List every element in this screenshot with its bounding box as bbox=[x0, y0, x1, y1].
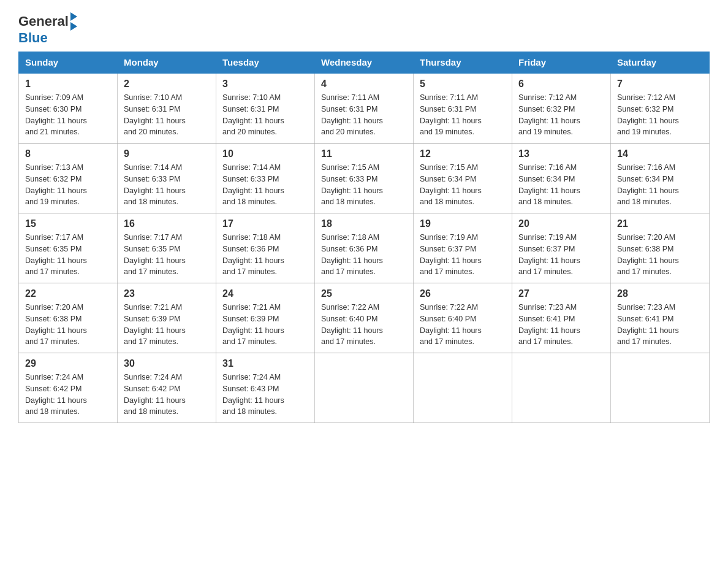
logo-blue-text: Blue bbox=[18, 31, 77, 45]
day-number: 10 bbox=[222, 148, 308, 159]
calendar-week-1: 1 Sunrise: 7:09 AMSunset: 6:30 PMDayligh… bbox=[19, 73, 710, 144]
day-number: 25 bbox=[321, 288, 407, 299]
day-number: 13 bbox=[518, 148, 604, 159]
day-info: Sunrise: 7:17 AMSunset: 6:35 PMDaylight:… bbox=[25, 232, 111, 278]
calendar-cell: 14 Sunrise: 7:16 AMSunset: 6:34 PMDaylig… bbox=[611, 144, 710, 213]
calendar-cell: 8 Sunrise: 7:13 AMSunset: 6:32 PMDayligh… bbox=[19, 144, 118, 213]
day-info: Sunrise: 7:10 AMSunset: 6:31 PMDaylight:… bbox=[222, 92, 308, 138]
day-info: Sunrise: 7:18 AMSunset: 6:36 PMDaylight:… bbox=[222, 232, 308, 278]
day-number: 27 bbox=[518, 288, 604, 299]
day-info: Sunrise: 7:24 AMSunset: 6:42 PMDaylight:… bbox=[124, 372, 210, 418]
calendar-table: SundayMondayTuesdayWednesdayThursdayFrid… bbox=[18, 52, 710, 423]
day-number: 15 bbox=[25, 218, 111, 229]
calendar-cell: 24 Sunrise: 7:21 AMSunset: 6:39 PMDaylig… bbox=[216, 283, 315, 353]
day-info: Sunrise: 7:16 AMSunset: 6:34 PMDaylight:… bbox=[617, 162, 703, 208]
day-number: 4 bbox=[321, 79, 407, 90]
day-number: 19 bbox=[420, 218, 506, 229]
day-number: 18 bbox=[321, 218, 407, 229]
column-header-wednesday: Wednesday bbox=[315, 52, 414, 74]
logo-general-text: General bbox=[18, 14, 69, 29]
day-info: Sunrise: 7:15 AMSunset: 6:33 PMDaylight:… bbox=[321, 162, 407, 208]
calendar-header-row: SundayMondayTuesdayWednesdayThursdayFrid… bbox=[19, 52, 710, 74]
calendar-cell: 12 Sunrise: 7:15 AMSunset: 6:34 PMDaylig… bbox=[414, 144, 512, 213]
day-info: Sunrise: 7:11 AMSunset: 6:31 PMDaylight:… bbox=[420, 92, 506, 138]
day-number: 11 bbox=[321, 148, 407, 159]
day-info: Sunrise: 7:16 AMSunset: 6:34 PMDaylight:… bbox=[518, 162, 604, 208]
calendar-cell bbox=[611, 353, 710, 423]
calendar-cell: 5 Sunrise: 7:11 AMSunset: 6:31 PMDayligh… bbox=[414, 73, 512, 144]
day-info: Sunrise: 7:17 AMSunset: 6:35 PMDaylight:… bbox=[124, 232, 210, 278]
day-number: 1 bbox=[25, 79, 111, 90]
calendar-cell: 10 Sunrise: 7:14 AMSunset: 6:33 PMDaylig… bbox=[216, 144, 315, 213]
calendar-cell: 23 Sunrise: 7:21 AMSunset: 6:39 PMDaylig… bbox=[118, 283, 216, 353]
calendar-cell: 6 Sunrise: 7:12 AMSunset: 6:32 PMDayligh… bbox=[512, 73, 611, 144]
day-number: 17 bbox=[222, 218, 308, 229]
day-number: 23 bbox=[124, 288, 210, 299]
day-info: Sunrise: 7:14 AMSunset: 6:33 PMDaylight:… bbox=[222, 162, 308, 208]
calendar-cell: 2 Sunrise: 7:10 AMSunset: 6:31 PMDayligh… bbox=[118, 73, 216, 144]
day-info: Sunrise: 7:23 AMSunset: 6:41 PMDaylight:… bbox=[518, 302, 604, 348]
calendar-cell: 13 Sunrise: 7:16 AMSunset: 6:34 PMDaylig… bbox=[512, 144, 611, 213]
column-header-friday: Friday bbox=[512, 52, 611, 74]
column-header-saturday: Saturday bbox=[611, 52, 710, 74]
calendar-cell: 29 Sunrise: 7:24 AMSunset: 6:42 PMDaylig… bbox=[19, 353, 118, 423]
day-number: 9 bbox=[124, 148, 210, 159]
calendar-cell: 27 Sunrise: 7:23 AMSunset: 6:41 PMDaylig… bbox=[512, 283, 611, 353]
day-number: 2 bbox=[124, 79, 210, 90]
calendar-week-5: 29 Sunrise: 7:24 AMSunset: 6:42 PMDaylig… bbox=[19, 353, 710, 423]
day-info: Sunrise: 7:23 AMSunset: 6:41 PMDaylight:… bbox=[617, 302, 703, 348]
day-info: Sunrise: 7:10 AMSunset: 6:31 PMDaylight:… bbox=[124, 92, 210, 138]
calendar-cell: 25 Sunrise: 7:22 AMSunset: 6:40 PMDaylig… bbox=[315, 283, 414, 353]
logo: General Blue bbox=[18, 12, 77, 45]
day-info: Sunrise: 7:11 AMSunset: 6:31 PMDaylight:… bbox=[321, 92, 407, 138]
column-header-thursday: Thursday bbox=[414, 52, 512, 74]
calendar-cell: 26 Sunrise: 7:22 AMSunset: 6:40 PMDaylig… bbox=[414, 283, 512, 353]
day-number: 14 bbox=[617, 148, 703, 159]
calendar-cell: 15 Sunrise: 7:17 AMSunset: 6:35 PMDaylig… bbox=[19, 213, 118, 283]
calendar-cell: 30 Sunrise: 7:24 AMSunset: 6:42 PMDaylig… bbox=[118, 353, 216, 423]
calendar-cell: 1 Sunrise: 7:09 AMSunset: 6:30 PMDayligh… bbox=[19, 73, 118, 144]
day-info: Sunrise: 7:19 AMSunset: 6:37 PMDaylight:… bbox=[420, 232, 506, 278]
day-info: Sunrise: 7:13 AMSunset: 6:32 PMDaylight:… bbox=[25, 162, 111, 208]
day-number: 8 bbox=[25, 148, 111, 159]
calendar-cell: 22 Sunrise: 7:20 AMSunset: 6:38 PMDaylig… bbox=[19, 283, 118, 353]
calendar-cell: 7 Sunrise: 7:12 AMSunset: 6:32 PMDayligh… bbox=[611, 73, 710, 144]
day-info: Sunrise: 7:09 AMSunset: 6:30 PMDaylight:… bbox=[25, 92, 111, 138]
day-info: Sunrise: 7:22 AMSunset: 6:40 PMDaylight:… bbox=[420, 302, 506, 348]
day-number: 26 bbox=[420, 288, 506, 299]
day-number: 20 bbox=[518, 218, 604, 229]
day-info: Sunrise: 7:12 AMSunset: 6:32 PMDaylight:… bbox=[617, 92, 703, 138]
calendar-cell: 19 Sunrise: 7:19 AMSunset: 6:37 PMDaylig… bbox=[414, 213, 512, 283]
day-info: Sunrise: 7:21 AMSunset: 6:39 PMDaylight:… bbox=[222, 302, 308, 348]
calendar-cell bbox=[512, 353, 611, 423]
day-number: 6 bbox=[518, 79, 604, 90]
day-number: 3 bbox=[222, 79, 308, 90]
column-header-monday: Monday bbox=[118, 52, 216, 74]
calendar-cell bbox=[315, 353, 414, 423]
calendar-cell: 21 Sunrise: 7:20 AMSunset: 6:38 PMDaylig… bbox=[611, 213, 710, 283]
calendar-cell: 9 Sunrise: 7:14 AMSunset: 6:33 PMDayligh… bbox=[118, 144, 216, 213]
day-number: 30 bbox=[124, 358, 210, 369]
day-info: Sunrise: 7:19 AMSunset: 6:37 PMDaylight:… bbox=[518, 232, 604, 278]
day-number: 28 bbox=[617, 288, 703, 299]
calendar-cell: 28 Sunrise: 7:23 AMSunset: 6:41 PMDaylig… bbox=[611, 283, 710, 353]
day-number: 31 bbox=[222, 358, 308, 369]
calendar-week-2: 8 Sunrise: 7:13 AMSunset: 6:32 PMDayligh… bbox=[19, 144, 710, 213]
calendar-cell: 17 Sunrise: 7:18 AMSunset: 6:36 PMDaylig… bbox=[216, 213, 315, 283]
day-info: Sunrise: 7:20 AMSunset: 6:38 PMDaylight:… bbox=[617, 232, 703, 278]
column-header-tuesday: Tuesday bbox=[216, 52, 315, 74]
calendar-cell: 3 Sunrise: 7:10 AMSunset: 6:31 PMDayligh… bbox=[216, 73, 315, 144]
day-info: Sunrise: 7:14 AMSunset: 6:33 PMDaylight:… bbox=[124, 162, 210, 208]
day-number: 29 bbox=[25, 358, 111, 369]
day-info: Sunrise: 7:22 AMSunset: 6:40 PMDaylight:… bbox=[321, 302, 407, 348]
column-header-sunday: Sunday bbox=[19, 52, 118, 74]
day-number: 7 bbox=[617, 79, 703, 90]
page-header: General Blue bbox=[18, 12, 710, 45]
day-number: 22 bbox=[25, 288, 111, 299]
day-info: Sunrise: 7:20 AMSunset: 6:38 PMDaylight:… bbox=[25, 302, 111, 348]
calendar-week-3: 15 Sunrise: 7:17 AMSunset: 6:35 PMDaylig… bbox=[19, 213, 710, 283]
day-info: Sunrise: 7:24 AMSunset: 6:43 PMDaylight:… bbox=[222, 372, 308, 418]
day-info: Sunrise: 7:12 AMSunset: 6:32 PMDaylight:… bbox=[518, 92, 604, 138]
day-info: Sunrise: 7:18 AMSunset: 6:36 PMDaylight:… bbox=[321, 232, 407, 278]
day-info: Sunrise: 7:24 AMSunset: 6:42 PMDaylight:… bbox=[25, 372, 111, 418]
